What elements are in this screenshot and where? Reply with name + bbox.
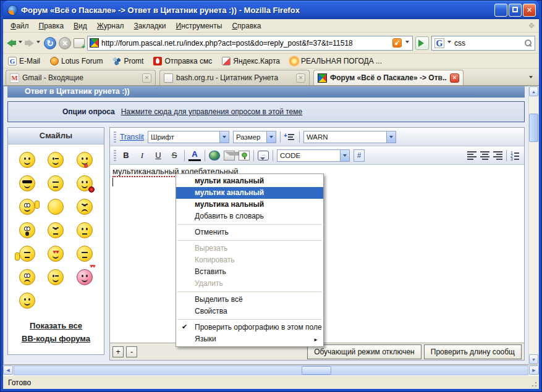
- decrease-size-button[interactable]: -: [126, 346, 137, 357]
- menu-1[interactable]: Файл: [6, 20, 34, 32]
- insert-image-icon[interactable]: [239, 151, 250, 161]
- font-select[interactable]: Шрифт: [148, 131, 229, 143]
- poll-manage-link[interactable]: Нажмите сюда для управления опросом в эт…: [121, 107, 303, 116]
- search-magnifier-icon[interactable]: [525, 40, 532, 47]
- rss-feed-icon[interactable]: [392, 38, 402, 48]
- insert-email-icon[interactable]: [224, 151, 235, 161]
- scroll-right-icon[interactable]: ▶: [529, 365, 539, 375]
- tab-close-icon[interactable]: ✕: [450, 73, 459, 83]
- address-bar[interactable]: http://forum.pascal.net.ru/index.php?act…: [87, 36, 413, 51]
- spelling-suggestion[interactable]: мульти канальный: [176, 175, 323, 187]
- resize-grip-icon[interactable]: [531, 381, 537, 387]
- menu-7[interactable]: Справка: [227, 20, 266, 32]
- insert-link-icon[interactable]: [209, 151, 220, 161]
- back-history-dropdown[interactable]: [19, 41, 22, 45]
- bb-codes-link[interactable]: ВВ-коды форума: [11, 333, 101, 346]
- smiley-blushing-hearts-icon[interactable]: ♥♥: [77, 269, 93, 285]
- spelling-suggestion[interactable]: мультика нальный: [176, 199, 323, 211]
- smiley-blank-icon[interactable]: [48, 199, 64, 215]
- context-menu-item[interactable]: Добавить в словарь: [176, 211, 323, 222]
- url-dropdown[interactable]: [405, 41, 409, 45]
- smiley-straight-icon[interactable]: [77, 222, 93, 238]
- smiley-angry-icon[interactable]: [77, 199, 93, 215]
- chevron-down-icon[interactable]: [219, 131, 229, 143]
- align-center-icon[interactable]: [480, 149, 489, 161]
- smiley-cool-icon[interactable]: [19, 175, 35, 191]
- bookmark-item[interactable]: РЕАЛЬНАЯ ПОГОДА ...: [290, 57, 382, 65]
- italic-button[interactable]: I: [136, 149, 148, 162]
- show-all-smileys-link[interactable]: Показать все: [11, 320, 101, 333]
- back-button[interactable]: [7, 40, 16, 47]
- search-engine-dropdown[interactable]: [447, 41, 451, 45]
- tab-2[interactable]: bash.org.ru - Цитатник Рунета✕: [159, 70, 310, 85]
- smiley-wink2-icon[interactable]: [48, 269, 64, 285]
- bold-button[interactable]: B: [120, 149, 132, 162]
- titlebar[interactable]: Форум «Всё о Паскале» -> Ответ в Цитатни…: [3, 1, 539, 19]
- context-menu-item[interactable]: Выделить всё: [176, 294, 323, 306]
- chevron-down-icon[interactable]: [386, 131, 396, 143]
- smiley-annoyed-icon[interactable]: [48, 222, 64, 238]
- increase-size-button[interactable]: +: [112, 346, 124, 357]
- smiley-smile-icon[interactable]: [19, 152, 35, 168]
- smiley-sleepy-icon[interactable]: [77, 246, 93, 262]
- spelling-suggestion[interactable]: мультик анальный: [176, 187, 323, 199]
- chevron-down-icon[interactable]: [340, 150, 349, 161]
- bookmark-item[interactable]: Lotus Forum: [50, 57, 103, 65]
- smiley-worried-icon[interactable]: [19, 269, 35, 285]
- google-search-icon[interactable]: G: [434, 38, 444, 48]
- warn-select[interactable]: WARN: [303, 131, 396, 143]
- menu-2[interactable]: Правка: [34, 20, 69, 32]
- tab-close-icon[interactable]: ✕: [296, 73, 305, 83]
- search-input[interactable]: css: [454, 39, 523, 48]
- context-menu-item[interactable]: Отменить: [176, 227, 323, 238]
- vertical-scrollbar[interactable]: ▲ ▼: [528, 86, 539, 365]
- strikethrough-button[interactable]: S: [168, 149, 180, 162]
- training-mode-button[interactable]: Обучающий режим отключен: [307, 344, 421, 359]
- underline-button[interactable]: U: [152, 149, 164, 162]
- size-select[interactable]: Размер: [233, 131, 276, 143]
- smiley-thumbs-up-icon[interactable]: [19, 199, 35, 215]
- insert-quote-icon[interactable]: ∙∙: [258, 151, 269, 161]
- tab-close-icon[interactable]: ✕: [142, 73, 151, 83]
- bookmark-item[interactable]: Отправка смс: [153, 57, 212, 65]
- code-select[interactable]: CODE: [277, 149, 350, 162]
- smiley-surprised-icon[interactable]: [19, 222, 35, 238]
- url-text[interactable]: http://forum.pascal.net.ru/index.php?act…: [101, 39, 390, 48]
- context-menu-item[interactable]: Языки►: [176, 333, 323, 345]
- align-right-icon[interactable]: [493, 149, 502, 161]
- search-box[interactable]: G css: [431, 36, 535, 51]
- menu-3[interactable]: Вид: [69, 20, 92, 32]
- hash-button[interactable]: #: [354, 149, 365, 162]
- indent-icon[interactable]: [284, 133, 295, 141]
- maximize-button[interactable]: [509, 4, 522, 17]
- font-color-button[interactable]: A: [188, 149, 201, 161]
- smiley-thumbs-down-icon[interactable]: [19, 246, 35, 262]
- go-button[interactable]: [415, 36, 429, 50]
- smiley-tongue-icon[interactable]: [77, 152, 93, 168]
- menu-6[interactable]: Инструменты: [171, 20, 227, 32]
- context-menu-item[interactable]: Проверить орфографию в этом поле✔: [176, 322, 323, 333]
- smiley-wink-icon[interactable]: [48, 152, 64, 168]
- reload-button[interactable]: ↻: [44, 37, 56, 49]
- bookmark-item[interactable]: GE-Mail: [8, 57, 40, 65]
- scroll-down-icon[interactable]: ▼: [529, 354, 538, 364]
- numbered-list-icon[interactable]: 123: [510, 150, 520, 161]
- translit-link[interactable]: Translit: [120, 133, 144, 141]
- smiley-love-eyes-icon[interactable]: ♥♥: [48, 246, 64, 262]
- forward-history-dropdown[interactable]: [36, 41, 40, 45]
- bookmark-item[interactable]: Яндекс.Карта: [222, 57, 280, 65]
- new-tab-button[interactable]: [74, 38, 85, 48]
- context-menu-item[interactable]: Свойства: [176, 306, 323, 317]
- tab-1[interactable]: MGmail - Входящие✕: [6, 70, 156, 85]
- context-menu-item[interactable]: Вставить: [176, 266, 323, 278]
- scroll-left-icon[interactable]: ◀: [3, 365, 13, 375]
- align-left-icon[interactable]: [467, 149, 476, 161]
- chevron-down-icon[interactable]: [266, 131, 276, 143]
- tab-list-dropdown[interactable]: [525, 72, 536, 84]
- smiley-grin-icon[interactable]: [19, 293, 35, 309]
- horizontal-scrollbar[interactable]: ◀ ▶: [3, 365, 539, 375]
- bookmark-item[interactable]: Promt: [112, 57, 143, 65]
- vertical-scroll-thumb[interactable]: [529, 114, 538, 142]
- check-length-button[interactable]: Проверить длину сообщ: [424, 344, 522, 359]
- menu-4[interactable]: Журнал: [92, 20, 129, 32]
